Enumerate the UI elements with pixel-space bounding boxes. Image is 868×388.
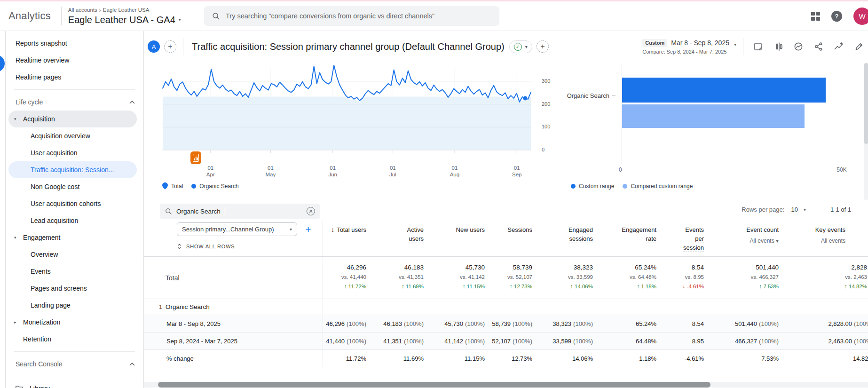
cell-value: 1.18% (639, 355, 656, 362)
sidebar-item-label: Engagement (23, 234, 60, 241)
subrow-cell-2: 45,730(100%) (429, 315, 490, 332)
column-sub-selector[interactable]: All events ▾ (710, 237, 779, 245)
column-header-active-users[interactable]: Active users (372, 220, 429, 256)
google-ads-annotation-icon[interactable] (190, 151, 201, 164)
sidebar-item-traffic-acquisition-session[interactable]: Traffic acquisition: Session... (8, 161, 137, 178)
table-search-input[interactable]: Organic Search ✕ (160, 204, 320, 219)
total-change: ↑ 11.15% (429, 282, 485, 291)
sidebar-item-monetization[interactable]: ▸Monetization (8, 314, 137, 331)
cell-value: 7.53% (761, 355, 779, 362)
cell-value: 52,107 (492, 338, 511, 345)
vertical-scrollbar-thumb[interactable] (864, 63, 868, 144)
report-status-pill[interactable]: ✓ ▾ (509, 40, 532, 53)
total-change: ↑ 14.82% (784, 282, 867, 291)
table-row[interactable]: 1 Organic Search (144, 299, 868, 315)
help-icon[interactable]: ? (831, 11, 842, 22)
property-block: All accounts › Eagle Leather USA Eagle L… (68, 8, 181, 24)
analytics-logo[interactable]: Analytics (8, 10, 51, 22)
add-dimension-button[interactable]: + (306, 224, 311, 235)
sidebar-item-acquisition-overview[interactable]: Acquisition overview (8, 127, 137, 144)
cell-percent: (100%) (465, 320, 485, 327)
dot-icon (191, 184, 196, 189)
total-value: 2,828 (784, 263, 867, 272)
sidebar-item-landing-page[interactable]: Landing page (8, 297, 137, 314)
ab-compare-icon[interactable] (773, 41, 783, 52)
total-vs-value: vs. 64.48% (599, 272, 656, 282)
add-report-item-button[interactable]: + (537, 40, 549, 53)
column-header-engaged-sessions[interactable]: Engaged sessions (538, 220, 599, 256)
total-vs-value: vs. 466,327 (710, 272, 779, 282)
edit-icon[interactable] (854, 41, 864, 52)
sidebar-item-non-google-cost[interactable]: Non Google cost (8, 178, 137, 195)
total-vs-value: vs. 2,463 (784, 272, 867, 282)
data-table: Organic Search ✕ Rows per page: 10 ▾ 1-1… (144, 202, 868, 367)
line-chart-legend: TotalOrganic Search (162, 182, 239, 190)
sidebar-item-events[interactable]: Events (8, 263, 137, 280)
x-axis-tick: 01May (261, 165, 280, 178)
dimension-selector[interactable]: Session primary...Channel Group) ▾ (177, 222, 297, 236)
sidebar-section-life-cycle[interactable]: Life cycle (6, 94, 143, 111)
column-header-event-count[interactable]: Event countAll events ▾ (710, 220, 784, 256)
total-change: ↑ 12.73% (490, 282, 532, 291)
cell-percent: (100%) (513, 320, 532, 327)
cell-percent: (100%) (759, 338, 779, 345)
add-comparison-button[interactable]: + (164, 40, 176, 53)
sidebar-item-realtime-pages[interactable]: Realtime pages (6, 69, 143, 86)
cell-percent: (100%) (573, 320, 593, 327)
date-range-picker[interactable]: Custom Mar 8 - Sep 8, 2025 Compare: Sep … (642, 39, 729, 55)
sidebar-item-engagement[interactable]: ▾Engagement (8, 229, 137, 246)
main-panel: A + Traffic acquisition: Session primary… (144, 31, 868, 388)
show-all-rows-button[interactable]: SHOW ALL ROWS (177, 243, 323, 250)
insights-icon[interactable] (793, 41, 804, 52)
sidebar-item-user-acquisition-cohorts[interactable]: User acquisition cohorts (8, 195, 137, 212)
column-header-total-users[interactable]: ↓Total users (323, 220, 372, 256)
avatar[interactable]: W (853, 8, 868, 25)
total-cell-3: 58,739vs. 52,107↑ 12.73% (490, 257, 538, 299)
comparison-chip[interactable]: A (148, 40, 160, 53)
cell-percent: (100%) (513, 338, 532, 345)
expand-rows-icon (177, 243, 182, 250)
note-icon[interactable] (753, 41, 763, 52)
ga4-app: Analytics All accounts › Eagle Leather U… (0, 0, 868, 388)
sparkline-icon[interactable] (834, 41, 844, 52)
pagination-range: 1-1 of 1 (830, 206, 851, 213)
sidebar-section-search-console[interactable]: Search Console (6, 356, 143, 372)
subrow-cell-2: 11.15% (429, 350, 490, 367)
breadcrumb-all-accounts[interactable]: All accounts (68, 8, 97, 13)
table-subrow-sep-8-2024-mar-7-2025[interactable]: Sep 8, 2024 - Mar 7, 202541,440(100%)41,… (144, 333, 868, 350)
total-change: ↑ 7.53% (710, 282, 779, 291)
sidebar-item-pages-and-screens[interactable]: Pages and screens (8, 280, 137, 297)
sidebar-item-retention[interactable]: Retention (6, 331, 143, 348)
report-title: Traffic acquisition: Session primary cha… (192, 41, 505, 52)
column-header-new-users[interactable]: New users (429, 220, 490, 256)
total-value: 501,440 (710, 263, 779, 272)
table-subrow-mar-8-sep-8-2025[interactable]: Mar 8 - Sep 8, 202546,296(100%)46,183(10… (144, 315, 868, 333)
sidebar-item-realtime-overview[interactable]: Realtime overview (6, 52, 143, 69)
column-header-sessions[interactable]: Sessions (490, 220, 538, 256)
sidebar-item-user-acquisition[interactable]: User acquisition (8, 144, 137, 161)
chevron-down-icon[interactable]: ▾ (804, 207, 806, 212)
clear-search-icon[interactable]: ✕ (307, 207, 315, 215)
column-header-events-per-session[interactable]: Events per session (662, 220, 710, 256)
cell-value: 8.95 (692, 338, 704, 345)
subrow-label: % change (144, 350, 323, 367)
column-header-engagement-rate[interactable]: Engagement rate (599, 220, 662, 256)
horizontal-scrollbar[interactable] (144, 382, 868, 388)
sidebar-item-library[interactable]: Library (6, 380, 143, 388)
horizontal-scrollbar-thumb[interactable] (158, 382, 710, 388)
breadcrumb-account[interactable]: Eagle Leather USA (103, 8, 149, 13)
sidebar-item-acquisition[interactable]: ▾Acquisition (8, 111, 137, 127)
rows-per-page-value[interactable]: 10 (791, 206, 797, 213)
sidebar-item-overview[interactable]: Overview (8, 246, 137, 263)
cell-value: 33,599 (552, 338, 571, 345)
sidebar-item-reports-snapshot[interactable]: Reports snapshot (6, 35, 143, 52)
sidebar-item-lead-acquisition[interactable]: Lead acquisition (8, 212, 137, 229)
property-selector[interactable]: Eagle Leather USA - GA4 ▾ (68, 15, 181, 24)
apps-grid-icon[interactable] (811, 12, 820, 21)
column-header-key-events[interactable]: Key eventsAll events (784, 220, 868, 256)
vertical-scrollbar[interactable] (864, 63, 868, 200)
column-sub-selector[interactable]: All events (784, 237, 845, 245)
table-subrow-change[interactable]: % change11.72%11.69%11.15%12.73%14.06%1.… (144, 350, 868, 367)
share-icon[interactable] (813, 41, 824, 52)
global-search[interactable]: Try searching "compare conversions from … (204, 6, 499, 26)
